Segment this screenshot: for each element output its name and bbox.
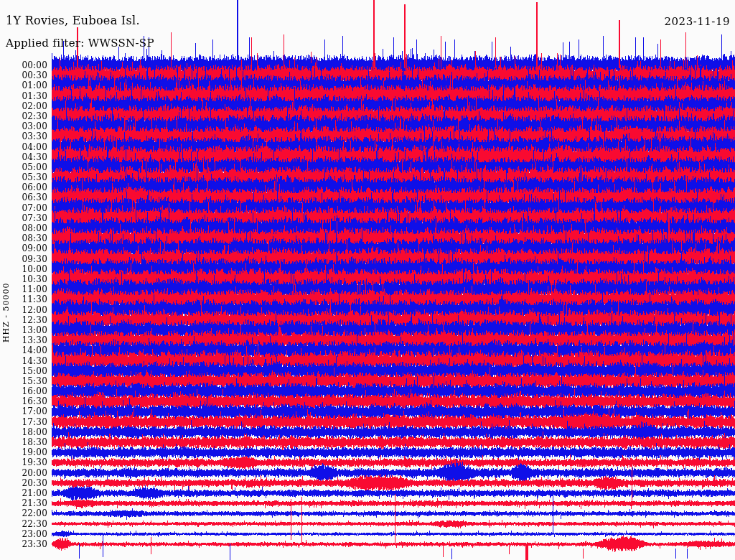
time-label-0300: 03:00 [0,121,47,131]
time-label-1900: 19:00 [0,447,47,457]
time-label-1300: 13:00 [0,325,47,335]
time-label-1700: 17:00 [0,406,47,416]
time-label-0930: 09:30 [0,254,47,264]
time-axis: 00:0000:3001:0001:3002:0002:3003:0003:30… [0,0,47,560]
time-label-1830: 18:30 [0,437,47,447]
time-label-0200: 02:00 [0,101,47,111]
time-label-0800: 08:00 [0,223,47,233]
time-label-0100: 01:00 [0,80,47,90]
time-label-1030: 10:30 [0,274,47,284]
time-label-1600: 16:00 [0,386,47,396]
time-label-1230: 12:30 [0,315,47,325]
helicorder-page: 1Y Rovies, Euboea Isl. Applied filter: W… [0,0,735,560]
time-label-1530: 15:30 [0,376,47,386]
time-label-1500: 15:00 [0,366,47,376]
time-label-2200: 22:00 [0,508,47,518]
time-label-0430: 04:30 [0,152,47,162]
time-label-1130: 11:30 [0,294,47,304]
date-label: 2023-11-19 [665,15,730,28]
time-label-2330: 23:30 [0,539,47,549]
time-label-0600: 06:00 [0,182,47,192]
time-label-2300: 23:00 [0,529,47,539]
time-label-0230: 02:30 [0,111,47,121]
time-label-1200: 12:00 [0,305,47,315]
time-label-0330: 03:30 [0,131,47,141]
time-label-0000: 00:00 [0,60,47,70]
time-label-2000: 20:00 [0,468,47,478]
time-label-2100: 21:00 [0,488,47,498]
time-label-1630: 16:30 [0,396,47,406]
time-label-1730: 17:30 [0,417,47,427]
time-label-2030: 20:30 [0,478,47,488]
time-label-1100: 11:00 [0,284,47,294]
time-label-1800: 18:00 [0,427,47,437]
time-label-0400: 04:00 [0,142,47,152]
time-label-0830: 08:30 [0,233,47,243]
time-label-0530: 05:30 [0,172,47,182]
time-label-1400: 14:00 [0,345,47,355]
time-label-0130: 01:30 [0,91,47,101]
time-label-1930: 19:30 [0,457,47,467]
time-label-0500: 05:00 [0,162,47,172]
time-label-1000: 10:00 [0,264,47,274]
time-label-2230: 22:30 [0,519,47,529]
time-label-0900: 09:00 [0,243,47,253]
time-label-2130: 21:30 [0,498,47,508]
seismogram-canvas[interactable] [0,0,735,560]
time-label-0730: 07:30 [0,213,47,223]
time-label-0030: 00:30 [0,70,47,80]
time-label-1430: 14:30 [0,356,47,366]
time-label-1330: 13:30 [0,335,47,345]
time-label-0630: 06:30 [0,192,47,202]
time-label-0700: 07:00 [0,203,47,213]
